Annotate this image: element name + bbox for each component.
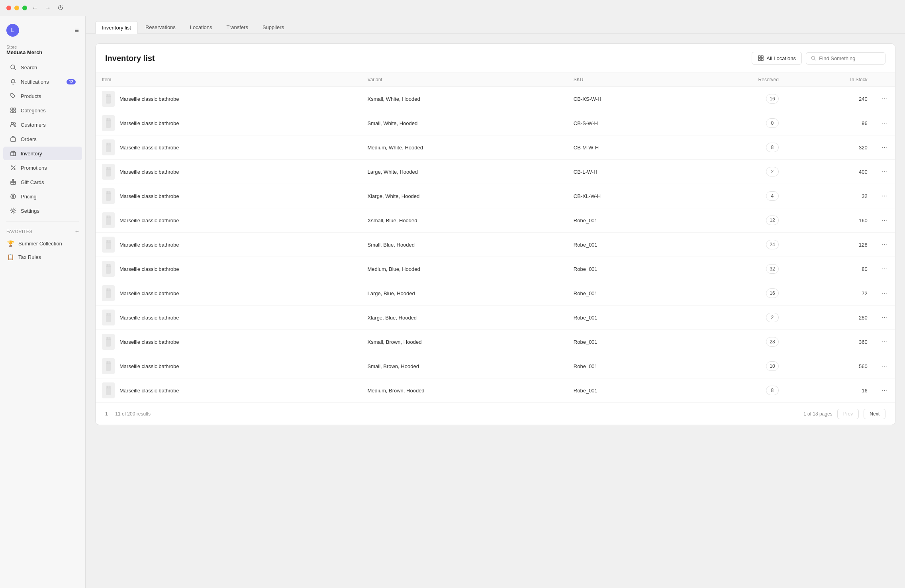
maximize-traffic-light[interactable] xyxy=(22,6,27,10)
tax-rules-icon: 📋 xyxy=(6,253,14,261)
forward-button[interactable]: → xyxy=(43,3,53,13)
nav-categories[interactable]: Categories xyxy=(3,104,82,117)
avatar[interactable]: L xyxy=(6,24,19,37)
cell-actions-8: ··· xyxy=(874,281,895,306)
item-thumbnail-10 xyxy=(102,334,115,350)
cell-instock-11: 560 xyxy=(785,354,874,378)
more-button-0[interactable]: ··· xyxy=(880,94,889,103)
history-button[interactable]: ⏱ xyxy=(56,3,65,13)
add-favorite-button[interactable]: + xyxy=(75,228,79,235)
prev-button[interactable]: Prev xyxy=(837,409,859,419)
nav-notifications-label: Notifications xyxy=(21,79,49,85)
more-button-2[interactable]: ··· xyxy=(880,143,889,152)
favorite-tax-rules-label: Tax Rules xyxy=(18,254,41,260)
table-row: Marseille classic bathrobe Large, White,… xyxy=(96,160,895,184)
svg-rect-28 xyxy=(106,191,111,201)
more-button-1[interactable]: ··· xyxy=(880,119,889,127)
sidebar-header: L ≡ xyxy=(0,21,85,43)
cell-actions-11: ··· xyxy=(874,354,895,378)
item-thumbnail-0 xyxy=(102,91,115,107)
cell-reserved-7: 32 xyxy=(687,257,785,281)
item-thumbnail-9 xyxy=(102,310,115,325)
summer-collection-icon: 🏆 xyxy=(6,239,14,247)
reserved-badge-11: 10 xyxy=(766,361,779,371)
nav-categories-label: Categories xyxy=(21,108,46,114)
tab-suppliers[interactable]: Suppliers xyxy=(256,21,291,33)
grid-icon xyxy=(10,107,17,114)
sidebar-divider xyxy=(6,221,79,221)
more-button-11[interactable]: ··· xyxy=(880,362,889,370)
nav-settings[interactable]: Settings xyxy=(3,204,82,218)
next-button[interactable]: Next xyxy=(864,409,885,419)
nav-gift-cards[interactable]: Gift Cards xyxy=(3,175,82,189)
svg-rect-31 xyxy=(106,264,111,274)
minimize-traffic-light[interactable] xyxy=(14,6,19,10)
page-info: 1 of 18 pages xyxy=(803,411,833,417)
cell-item-11: Marseille classic bathrobe xyxy=(96,354,361,378)
item-name-2: Marseille classic bathrobe xyxy=(119,145,179,151)
search-input[interactable] xyxy=(819,55,880,61)
more-button-6[interactable]: ··· xyxy=(880,240,889,249)
table-row: Marseille classic bathrobe Xlarge, Blue,… xyxy=(96,306,895,330)
more-button-10[interactable]: ··· xyxy=(880,337,889,346)
reserved-badge-5: 12 xyxy=(766,216,779,225)
tab-reservations[interactable]: Reservations xyxy=(139,21,182,33)
favorite-summer-collection[interactable]: 🏆 Summer Collection xyxy=(0,237,85,250)
store-name: Medusa Merch xyxy=(6,49,79,55)
cell-instock-12: 16 xyxy=(785,378,874,403)
svg-rect-20 xyxy=(758,59,760,61)
close-traffic-light[interactable] xyxy=(6,6,11,10)
all-locations-button[interactable]: All Locations xyxy=(752,52,802,65)
content-area: Inventory list All Locations xyxy=(86,34,905,588)
more-button-12[interactable]: ··· xyxy=(880,386,889,395)
nav-inventory[interactable]: Inventory xyxy=(3,147,82,160)
nav-orders[interactable]: Orders xyxy=(3,132,82,146)
hamburger-button[interactable]: ≡ xyxy=(74,26,79,35)
svg-point-13 xyxy=(11,166,12,167)
item-name-6: Marseille classic bathrobe xyxy=(119,242,179,248)
col-reserved: Reserved xyxy=(687,73,785,87)
more-button-4[interactable]: ··· xyxy=(880,192,889,200)
nav-products[interactable]: Products xyxy=(3,89,82,103)
item-name-4: Marseille classic bathrobe xyxy=(119,193,179,199)
nav-pricing[interactable]: Pricing xyxy=(3,190,82,203)
search-box[interactable] xyxy=(806,52,885,65)
cell-sku-0: CB-XS-W-H xyxy=(567,87,687,111)
cell-reserved-0: 16 xyxy=(687,87,785,111)
cell-reserved-2: 8 xyxy=(687,135,785,160)
more-button-8[interactable]: ··· xyxy=(880,289,889,298)
more-button-7[interactable]: ··· xyxy=(880,265,889,273)
main-content: Inventory list Reservations Locations Tr… xyxy=(86,16,905,588)
back-button[interactable]: ← xyxy=(30,3,40,13)
nav-pricing-label: Pricing xyxy=(21,194,37,200)
nav-promotions[interactable]: Promotions xyxy=(3,161,82,174)
svg-rect-9 xyxy=(11,138,16,141)
more-button-9[interactable]: ··· xyxy=(880,313,889,322)
nav-promotions-label: Promotions xyxy=(21,165,47,171)
item-name-7: Marseille classic bathrobe xyxy=(119,266,179,272)
cell-variant-9: Xlarge, Blue, Hooded xyxy=(361,306,567,330)
cell-variant-3: Large, White, Hooded xyxy=(361,160,567,184)
card-header: Inventory list All Locations xyxy=(96,44,895,73)
more-button-5[interactable]: ··· xyxy=(880,216,889,225)
svg-rect-4 xyxy=(14,108,16,110)
cell-item-8: Marseille classic bathrobe xyxy=(96,281,361,306)
table-row: Marseille classic bathrobe Small, White,… xyxy=(96,111,895,135)
reserved-badge-7: 32 xyxy=(766,264,779,274)
title-bar: ← → ⏱ xyxy=(0,0,905,16)
reserved-badge-8: 16 xyxy=(766,288,779,298)
nav-search[interactable]: Search xyxy=(3,61,82,74)
favorite-tax-rules[interactable]: 📋 Tax Rules xyxy=(0,250,85,264)
tab-transfers[interactable]: Transfers xyxy=(220,21,255,33)
item-thumbnail-6 xyxy=(102,237,115,253)
nav-orders-label: Orders xyxy=(21,136,37,142)
tab-inventory-list[interactable]: Inventory list xyxy=(95,21,138,34)
nav-notifications[interactable]: Notifications 12 xyxy=(3,75,82,88)
nav-customers[interactable]: Customers xyxy=(3,118,82,131)
item-name-8: Marseille classic bathrobe xyxy=(119,290,179,296)
svg-line-23 xyxy=(814,59,815,60)
more-button-3[interactable]: ··· xyxy=(880,167,889,176)
cell-item-0: Marseille classic bathrobe xyxy=(96,87,361,111)
cell-sku-6: Robe_001 xyxy=(567,233,687,257)
tab-locations[interactable]: Locations xyxy=(183,21,219,33)
